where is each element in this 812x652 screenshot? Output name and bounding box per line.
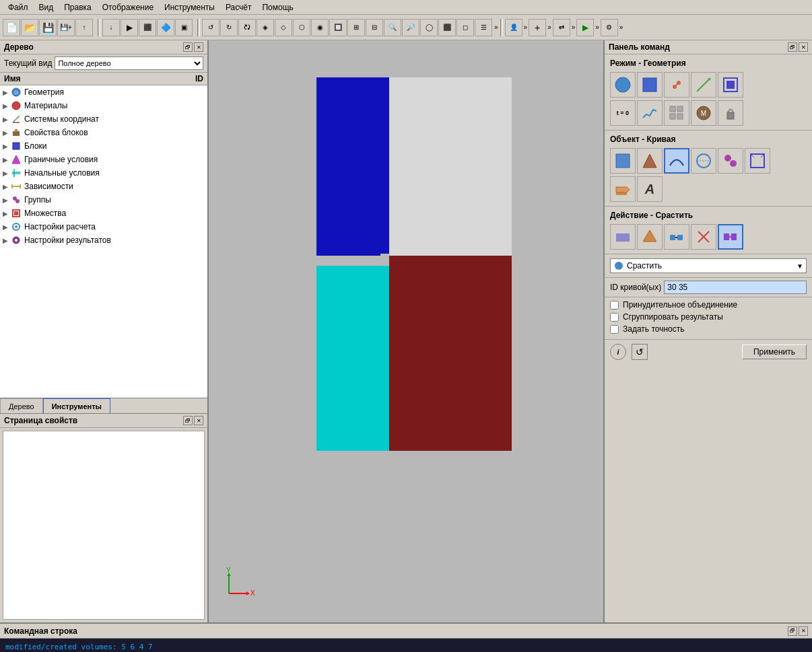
current-view-select[interactable]: Полное дерево (55, 57, 203, 70)
obj-btn-text[interactable]: A (637, 176, 663, 202)
menu-file[interactable]: Файл (3, 1, 34, 13)
geo-btn-3[interactable]: 🗘 (238, 19, 256, 36)
new-button[interactable]: 📄 (3, 19, 20, 36)
menu-tools[interactable]: Инструменты (159, 1, 220, 13)
extra-btn[interactable]: ⚙ (601, 19, 618, 36)
tree-close-btn[interactable]: ✕ (194, 42, 203, 52)
checkbox-group-results[interactable] (610, 313, 619, 322)
tree-item[interactable]: ▶ Граничные условия (0, 153, 207, 166)
geo-btn-4[interactable]: ◈ (257, 19, 274, 36)
play-button[interactable]: ▶ (121, 19, 138, 36)
mode-btn-1[interactable] (610, 72, 636, 98)
checkbox-force-merge[interactable] (610, 301, 619, 310)
obj-btn-curve[interactable] (664, 148, 689, 174)
info-button[interactable]: i (610, 344, 626, 360)
viewport[interactable]: X Y (209, 40, 603, 622)
geo-btn-12[interactable]: 🔎 (402, 19, 419, 36)
view3d-button[interactable]: 🔷 (157, 19, 174, 36)
mode-btn-4[interactable] (691, 72, 716, 98)
svg-rect-60 (724, 233, 729, 240)
tree-item[interactable]: ▶ Зависимости (0, 180, 207, 193)
geo-btn-15[interactable]: ◻ (456, 19, 474, 36)
cmd-content[interactable]: modified/created volumes: 5 6 4 7 Displa… (0, 639, 812, 652)
mode-btn-5[interactable] (718, 72, 743, 98)
geo-btn-1[interactable]: ↺ (202, 19, 219, 36)
save-as-button[interactable]: 💾+ (57, 19, 75, 36)
render-button[interactable]: ▣ (175, 19, 193, 36)
refresh-button[interactable]: ↺ (632, 344, 648, 360)
tree-item[interactable]: ▶ Настройки расчета (0, 220, 207, 233)
action-btn-1[interactable] (610, 224, 636, 250)
mode-btn-2[interactable] (637, 72, 663, 98)
props-restore-btn[interactable]: 🗗 (183, 416, 193, 425)
tree-restore-btn[interactable]: 🗗 (183, 42, 193, 52)
open-button[interactable]: 📂 (21, 19, 38, 36)
menu-edit[interactable]: Правка (59, 1, 97, 13)
tree-label: Настройки расчета (24, 222, 96, 231)
menu-help[interactable]: Помощь (257, 1, 298, 13)
obj-btn-solid[interactable] (745, 148, 770, 174)
props-close-btn[interactable]: ✕ (194, 416, 203, 425)
menu-calc[interactable]: Расчёт (220, 1, 257, 13)
action-btn-2[interactable]: + (529, 19, 546, 36)
stop-button[interactable]: ⬛ (139, 19, 156, 36)
tree-item[interactable]: ▶ Блоки (0, 139, 207, 153)
export-button[interactable]: ↑ (75, 19, 93, 36)
id-field-input[interactable] (664, 281, 807, 294)
obj-btn-group[interactable] (718, 148, 743, 174)
action-btn-4[interactable] (691, 224, 716, 250)
svg-point-13 (15, 199, 20, 203)
tree-item[interactable]: ▶ Множества (0, 207, 207, 220)
action-btn-1[interactable]: 👤 (505, 19, 522, 36)
cmd-restore-btn[interactable]: 🗗 (788, 626, 797, 636)
tree-item[interactable]: ▶ Материалы (0, 99, 207, 112)
tree-item[interactable]: ▶ Начальные условия (0, 166, 207, 180)
geo-btn-8[interactable]: 🔲 (329, 19, 347, 36)
right-close-btn[interactable]: ✕ (799, 42, 808, 52)
tab-tools[interactable]: Инструменты (43, 398, 110, 413)
obj-btn-edge[interactable] (637, 148, 663, 174)
action-btn-3[interactable]: ⇄ (553, 19, 570, 36)
action-btn-5[interactable] (718, 224, 743, 250)
geo-btn-16[interactable]: ☰ (475, 19, 492, 36)
geo-btn-11[interactable]: 🔍 (384, 19, 401, 36)
object-section: Объект - Кривая (605, 131, 812, 207)
import-button[interactable]: ↓ (102, 19, 120, 36)
tree-item[interactable]: ▶ G Геометрия (0, 85, 207, 99)
geo-btn-6[interactable]: ⬡ (293, 19, 310, 36)
geo-btn-9[interactable]: ⊞ (347, 19, 365, 36)
mode-btn-chart[interactable] (637, 100, 663, 126)
geo-btn-14[interactable]: ⬛ (438, 19, 456, 36)
checkbox-set-precision[interactable] (610, 325, 619, 334)
action-btn-3[interactable] (664, 224, 689, 250)
geo-btn-10[interactable]: ⊟ (366, 19, 383, 36)
tree-item[interactable]: ▶ Свойства блоков (0, 126, 207, 139)
run-btn[interactable]: ▶ (576, 19, 594, 36)
obj-btn-erase[interactable] (610, 176, 636, 202)
obj-btn-surface[interactable] (691, 148, 716, 174)
tree-item[interactable]: ▶ Системы координат (0, 112, 207, 126)
merge-select[interactable]: Срастить ▼ (610, 258, 807, 273)
mode-btn-lock[interactable] (718, 100, 743, 126)
menu-display[interactable]: Отображение (97, 1, 159, 13)
cmd-close-btn[interactable]: ✕ (799, 626, 808, 636)
tree-item[interactable]: ▶ Настройки результатов (0, 233, 207, 247)
geo-btn-13[interactable]: ◯ (420, 19, 438, 36)
obj-btn-vertex[interactable] (610, 148, 636, 174)
mode-btn-label[interactable]: M (691, 100, 716, 126)
right-restore-btn[interactable]: 🗗 (788, 42, 797, 52)
svg-rect-5 (13, 131, 20, 136)
save-button[interactable]: 💾 (39, 19, 57, 36)
menu-view[interactable]: Вид (34, 1, 59, 13)
geo-btn-7[interactable]: ◉ (311, 19, 329, 36)
mode-btn-time[interactable]: t = 0 (610, 100, 636, 126)
mode-btn-grid[interactable] (664, 100, 689, 126)
tree-item[interactable]: ▶ Группы (0, 193, 207, 207)
geo-btn-5[interactable]: ◇ (275, 19, 292, 36)
tab-tree[interactable]: Дерево (0, 398, 43, 413)
action-btn-2[interactable] (637, 224, 663, 250)
tree-label: Материалы (24, 101, 67, 110)
apply-button[interactable]: Применить (742, 345, 807, 359)
mode-btn-3[interactable] (664, 72, 689, 98)
geo-btn-2[interactable]: ↻ (220, 19, 238, 36)
